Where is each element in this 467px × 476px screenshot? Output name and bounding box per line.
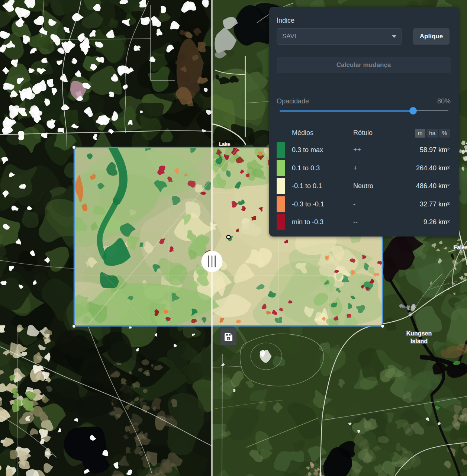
svg-text:Kungsen: Kungsen: [406, 330, 432, 337]
svg-text:Fales: Fales: [454, 244, 467, 250]
svg-text:Lake: Lake: [219, 141, 230, 147]
svg-text:Island: Island: [410, 338, 428, 344]
